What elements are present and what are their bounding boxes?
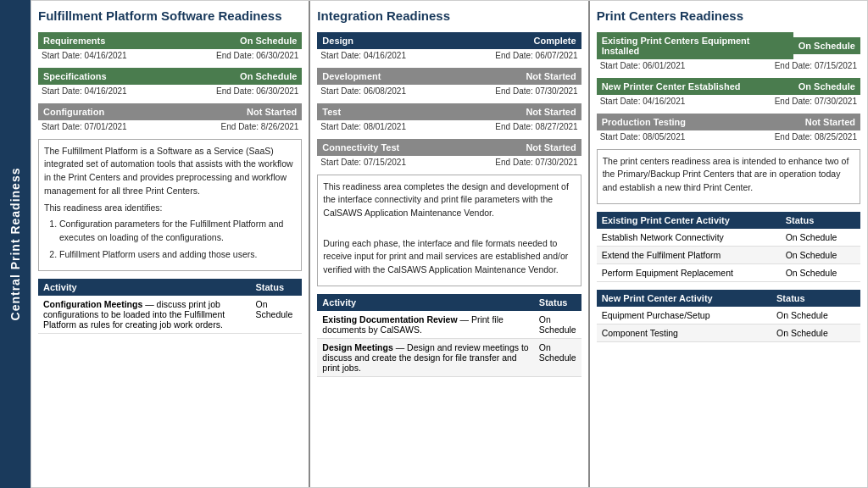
test-start: Start Date: 08/01/2021 (320, 122, 406, 131)
table-row: Establish Network Connectivity On Schedu… (597, 229, 860, 247)
design-bar: Design Complete (317, 32, 581, 49)
specifications-block: Specifications On Schedule Start Date: 0… (38, 68, 302, 99)
col2-status-header: Status (534, 294, 581, 311)
configuration-block: Configuration Not Started Start Date: 07… (38, 103, 302, 135)
table-row: Equipment Purchase/Setup On Schedule (597, 307, 860, 324)
col1-desc-li1: Configuration parameters for the Fulfill… (59, 218, 296, 245)
requirements-label: Requirements (38, 32, 235, 49)
production-testing-status: Not Started (800, 114, 860, 130)
production-testing-start: Start Date: 08/05/2021 (600, 132, 686, 141)
col1-status-header: Status (251, 279, 303, 296)
specifications-bar: Specifications On Schedule (38, 68, 302, 85)
col3-desc-text: The print centers readiness area is inte… (603, 155, 854, 195)
col2-activity-table: Activity Status Existing Documentation R… (317, 294, 581, 377)
test-bar: Test Not Started (317, 103, 581, 120)
requirements-status: On Schedule (235, 32, 302, 49)
new-printer-status: On Schedule (793, 78, 860, 95)
development-label: Development (317, 68, 520, 85)
specifications-label: Specifications (38, 68, 235, 85)
development-dates: Start Date: 06/08/2021 End Date: 07/30/2… (317, 85, 581, 99)
new-printer-dates: Start Date: 04/16/2021 End Date: 07/30/2… (597, 95, 860, 109)
col3-new-activity-1: Equipment Purchase/Setup (597, 307, 771, 324)
development-status: Not Started (520, 68, 581, 85)
col1-desc-list: Configuration parameters for the Fulfill… (59, 218, 296, 261)
col1-activity-header: Activity (38, 279, 251, 296)
col3-new-status-1: On Schedule (771, 307, 860, 324)
col2-activity-header: Activity (317, 294, 534, 311)
col3-existing-table-header: Existing Print Center Activity Status (597, 212, 860, 229)
col3-existing-activity-table: Existing Print Center Activity Status Es… (597, 212, 860, 282)
col3-new-activity-table: New Print Center Activity Status Equipme… (597, 290, 860, 342)
col3-existing-activity-2: Extend the Fulfilment Platform (597, 246, 781, 263)
col1-description: The Fulfillment Platform is a Software a… (38, 139, 302, 271)
col3-existing-status-3: On Schedule (781, 263, 860, 281)
col3-existing-status-1: On Schedule (781, 229, 860, 247)
design-label: Design (317, 32, 528, 49)
table-row: Component Testing On Schedule (597, 324, 860, 341)
col2-table-header: Activity Status (317, 294, 581, 311)
main-content: Fulfillment Platform Software Readiness … (31, 0, 868, 488)
col3-new-activity-header: New Print Center Activity (597, 290, 771, 307)
table-row: Existing Documentation Review — Print fi… (317, 311, 581, 339)
col3-existing-status-header: Status (781, 212, 860, 229)
sidebar: Central Print Readiness (0, 0, 31, 488)
requirements-end: End Date: 06/30/2021 (216, 51, 298, 60)
configuration-bar: Configuration Not Started (38, 103, 302, 120)
test-dates: Start Date: 08/01/2021 End Date: 08/27/2… (317, 120, 581, 135)
new-printer-end: End Date: 07/30/2021 (775, 97, 857, 106)
test-end: End Date: 08/27/2021 (495, 122, 577, 131)
new-printer-block: New Printer Center Established On Schedu… (597, 78, 860, 109)
design-start: Start Date: 04/16/2021 (320, 51, 406, 60)
connectivity-start: Start Date: 07/15/2021 (320, 158, 406, 167)
col2-activity-cell-1: Existing Documentation Review — Print fi… (317, 311, 534, 339)
development-start: Start Date: 06/08/2021 (320, 86, 406, 96)
existing-equipment-dates: Start Date: 06/01/2021 End Date: 07/15/2… (597, 59, 860, 74)
col1-activity-cell: Configuration Meetings — discuss print j… (38, 296, 251, 334)
existing-equipment-block: Existing Print Centers Equipment Install… (597, 32, 860, 74)
col2-desc-p1: This readiness area completes the design… (323, 180, 575, 220)
development-block: Development Not Started Start Date: 06/0… (317, 68, 581, 99)
new-printer-start: Start Date: 04/16/2021 (600, 97, 686, 106)
col3-existing-status-2: On Schedule (781, 246, 860, 263)
development-bar: Development Not Started (317, 68, 581, 85)
col3-existing-activity-1: Establish Network Connectivity (597, 229, 781, 247)
col1-activity-table: Activity Status Configuration Meetings —… (38, 279, 302, 334)
development-end: End Date: 07/30/2021 (495, 86, 577, 96)
production-testing-end: End Date: 08/25/2021 (775, 132, 857, 141)
production-testing-bar: Production Testing Not Started (597, 114, 860, 130)
col3-new-status-2: On Schedule (771, 324, 860, 341)
col2-description: This readiness area completes the design… (317, 175, 581, 286)
requirements-bar: Requirements On Schedule (38, 32, 302, 49)
column-integration: Integration Readiness Design Complete St… (310, 1, 589, 487)
table-row: Configuration Meetings — discuss print j… (38, 296, 302, 334)
requirements-dates: Start Date: 04/16/2021 End Date: 06/30/2… (38, 49, 302, 64)
test-label: Test (317, 103, 520, 120)
col1-desc-p1: The Fulfillment Platform is a Software a… (44, 145, 296, 198)
new-printer-bar: New Printer Center Established On Schedu… (597, 78, 860, 95)
design-end: End Date: 06/07/2021 (495, 51, 577, 60)
existing-equipment-start: Start Date: 06/01/2021 (600, 61, 686, 70)
test-status: Not Started (520, 103, 581, 120)
col3-description: The print centers readiness area is inte… (597, 149, 860, 204)
existing-equipment-label: Existing Print Centers Equipment Install… (597, 32, 793, 59)
table-row: Perform Equipment Replacement On Schedul… (597, 263, 860, 281)
production-testing-dates: Start Date: 08/05/2021 End Date: 08/25/2… (597, 130, 860, 145)
col3-title: Print Centers Readiness (597, 8, 860, 25)
table-row: Design Meetings — Design and review meet… (317, 338, 581, 376)
connectivity-label: Connectivity Test (317, 139, 520, 156)
col2-desc-p2: During each phase, the interface and fil… (323, 237, 575, 277)
connectivity-bar: Connectivity Test Not Started (317, 139, 581, 156)
specifications-dates: Start Date: 04/16/2021 End Date: 06/30/2… (38, 85, 302, 99)
configuration-dates: Start Date: 07/01/2021 End Date: 8/26/20… (38, 120, 302, 135)
col1-title: Fulfillment Platform Software Readiness (38, 8, 302, 25)
specifications-end: End Date: 06/30/2021 (216, 86, 298, 96)
column-fulfillment: Fulfillment Platform Software Readiness … (31, 1, 310, 487)
production-testing-block: Production Testing Not Started Start Dat… (597, 114, 860, 145)
production-testing-label: Production Testing (597, 114, 800, 130)
sidebar-label: Central Print Readiness (8, 168, 22, 321)
specifications-start: Start Date: 04/16/2021 (42, 86, 127, 96)
configuration-label: Configuration (38, 103, 242, 120)
existing-equipment-status: On Schedule (793, 37, 860, 54)
existing-equipment-end: End Date: 07/15/2021 (775, 61, 857, 70)
configuration-end: End Date: 8/26/2021 (221, 122, 299, 131)
